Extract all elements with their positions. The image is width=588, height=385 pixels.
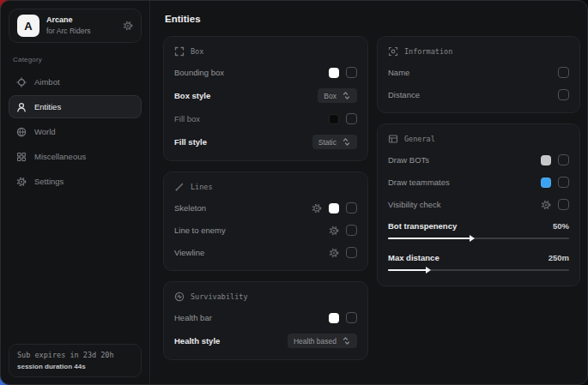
panel-title: General	[404, 135, 435, 143]
page-title: Entities	[165, 14, 580, 24]
health-bar-checkbox[interactable]	[346, 312, 357, 323]
main-content: Entities Box Bounding box	[150, 1, 588, 384]
sidebar-item-label: World	[34, 127, 56, 136]
dropdown-value: Health based	[294, 337, 336, 346]
max-distance-slider[interactable]	[388, 266, 569, 274]
globe-icon	[16, 127, 27, 137]
visibility-check-row: Visibility check	[388, 198, 569, 211]
health-style-row: Health style Health based	[174, 334, 357, 348]
sidebar-item-label: Aimbot	[34, 77, 60, 87]
row-label: Box style	[174, 91, 318, 100]
bot-transparency-slider[interactable]	[388, 234, 569, 243]
name-checkbox[interactable]	[558, 67, 569, 78]
viewline-checkbox[interactable]	[346, 247, 357, 258]
distance-row: Distance	[388, 88, 569, 101]
chevron-updown-icon	[342, 336, 351, 346]
color-swatch[interactable]	[541, 155, 551, 165]
brand-title: Arcane	[46, 15, 116, 25]
draw-bots-row: Draw BOTs	[388, 153, 569, 166]
table-icon	[388, 134, 398, 144]
panel-title: Information	[404, 47, 452, 56]
color-swatch[interactable]	[329, 114, 339, 124]
crosshair-icon	[16, 77, 27, 87]
health-style-dropdown[interactable]: Health based	[288, 334, 357, 348]
gear-icon	[16, 177, 27, 187]
sidebar-item-label: Settings	[34, 177, 64, 186]
bounding-box-row: Bounding box	[174, 66, 357, 79]
sidebar-item-world[interactable]: World	[9, 120, 142, 143]
entities-icon	[16, 102, 27, 112]
draw-teammates-row: Draw teammates	[388, 176, 569, 189]
box-style-dropdown[interactable]: Box	[318, 88, 357, 103]
sidebar-item-settings[interactable]: Settings	[9, 170, 142, 193]
line-to-enemy-checkbox[interactable]	[346, 225, 357, 236]
row-label: Fill box	[174, 114, 329, 123]
sidebar-item-entities[interactable]: Entities	[9, 95, 142, 118]
arcane-window: A Arcane for Arc Riders Category Aimbot …	[0, 0, 588, 385]
slider-thumb[interactable]	[470, 235, 475, 242]
chevron-updown-icon	[342, 137, 351, 147]
panel-general: General Draw BOTs Draw teammates	[377, 123, 580, 286]
line-to-enemy-row: Line to enemy	[174, 224, 357, 237]
sidebar-item-miscellaneous[interactable]: Miscellaneous	[9, 145, 142, 168]
sidebar-item-aimbot[interactable]: Aimbot	[9, 70, 142, 93]
chevron-updown-icon	[342, 91, 351, 100]
pulse-icon	[174, 292, 185, 302]
box-style-row: Box style Box	[174, 88, 357, 103]
gear-icon[interactable]	[123, 21, 133, 31]
color-swatch[interactable]	[329, 68, 339, 78]
category-label: Category	[13, 56, 142, 63]
gear-icon[interactable]	[329, 226, 339, 236]
fill-box-row: Fill box	[174, 112, 357, 125]
gear-icon[interactable]	[312, 203, 322, 214]
row-label: Bot transpenency	[388, 221, 553, 231]
brand-subtitle: for Arc Riders	[46, 27, 116, 36]
bot-transparency-row: Bot transpenency 50%	[388, 221, 569, 243]
dropdown-value: Static	[318, 138, 336, 147]
row-label: Fill style	[174, 137, 312, 147]
slider-value: 250m	[549, 253, 569, 262]
row-label: Name	[388, 68, 558, 77]
name-row: Name	[388, 66, 569, 79]
skeleton-row: Skeleton	[174, 202, 357, 214]
color-swatch[interactable]	[329, 203, 339, 214]
panel-title: Lines	[191, 183, 213, 191]
row-label: Viewline	[174, 248, 329, 257]
slider-thumb[interactable]	[426, 267, 431, 274]
line-icon	[174, 182, 185, 192]
gear-icon[interactable]	[541, 200, 551, 210]
panel-title: Box	[191, 47, 203, 56]
avatar: A	[17, 15, 39, 37]
sidebar: A Arcane for Arc Riders Category Aimbot …	[1, 1, 150, 384]
distance-checkbox[interactable]	[558, 89, 569, 100]
brand-card: A Arcane for Arc Riders	[9, 9, 142, 43]
fill-style-dropdown[interactable]: Static	[312, 135, 357, 149]
health-bar-row: Health bar	[174, 311, 357, 324]
skeleton-checkbox[interactable]	[346, 202, 357, 214]
draw-bots-checkbox[interactable]	[558, 154, 569, 165]
row-label: Draw teammates	[388, 177, 541, 187]
fill-box-checkbox[interactable]	[346, 113, 357, 124]
sidebar-item-label: Entities	[34, 102, 61, 111]
scan-icon	[388, 46, 398, 57]
panel-title: Survivability	[191, 292, 248, 301]
session-duration-text: session duration 44s	[17, 363, 133, 370]
color-swatch[interactable]	[541, 177, 551, 188]
subscription-card: Sub expires in 23d 20h session duration …	[9, 344, 142, 377]
gear-icon[interactable]	[329, 248, 339, 258]
sidebar-item-label: Miscellaneous	[34, 152, 86, 161]
fill-style-row: Fill style Static	[174, 135, 357, 149]
bounding-box-checkbox[interactable]	[346, 67, 357, 78]
row-label: Visibility check	[388, 200, 541, 209]
visibility-check-checkbox[interactable]	[558, 199, 569, 210]
row-label: Bounding box	[174, 68, 329, 77]
sub-expires-text: Sub expires in 23d 20h	[17, 351, 133, 359]
panel-lines: Lines Skeleton Line to enemy	[163, 171, 368, 271]
row-label: Skeleton	[174, 203, 312, 213]
max-distance-row: Max distance 250m	[388, 253, 569, 274]
row-label: Health style	[174, 336, 288, 346]
color-swatch[interactable]	[329, 313, 339, 323]
draw-teammates-checkbox[interactable]	[558, 177, 569, 188]
row-label: Line to enemy	[174, 226, 329, 235]
panel-information: Information Name Distance	[377, 36, 580, 113]
